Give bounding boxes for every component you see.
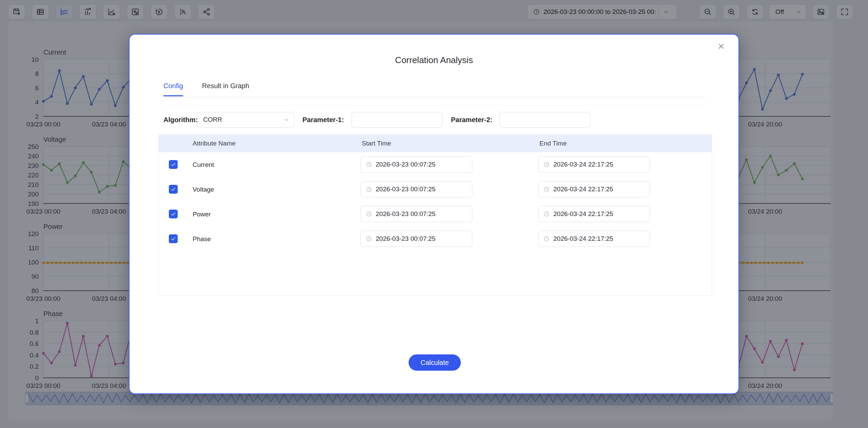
correlation-analysis-modal: ✕ Correlation Analysis ConfigResult in G… xyxy=(129,34,739,394)
algorithm-form-row: Algorithm: CORR Parameter-1: Parameter-2… xyxy=(130,112,740,128)
parameter-1-label: Parameter-1: xyxy=(302,112,344,128)
parameter-2-label: Parameter-2: xyxy=(451,112,492,128)
column-header: Start Time xyxy=(362,135,391,152)
clock-icon xyxy=(543,211,550,217)
row-checkbox[interactable] xyxy=(169,234,178,243)
clock-icon xyxy=(366,161,372,168)
divider xyxy=(163,97,706,97)
start-time-input[interactable]: 2026-03-23 00:07:25 xyxy=(360,181,472,197)
column-header: Attribute Name xyxy=(193,135,236,152)
clock-icon xyxy=(366,211,372,217)
end-time-input[interactable]: 2026-03-24 22:17:25 xyxy=(538,206,650,222)
tab-result-in-graph[interactable]: Result in Graph xyxy=(202,82,249,96)
start-time-input[interactable]: 2026-03-23 00:07:25 xyxy=(360,206,472,222)
row-checkbox[interactable] xyxy=(169,160,178,169)
modal-title: Correlation Analysis xyxy=(130,55,738,65)
start-time-input[interactable]: 2026-03-23 00:07:25 xyxy=(360,156,472,173)
algorithm-select[interactable]: CORR xyxy=(197,112,294,128)
divider xyxy=(163,105,706,105)
attribute-table-body: Current2026-03-23 00:07:252026-03-24 22:… xyxy=(159,152,712,251)
clock-icon xyxy=(543,235,550,242)
end-time-input[interactable]: 2026-03-24 22:17:25 xyxy=(538,181,650,197)
clock-icon xyxy=(543,161,550,168)
clock-icon xyxy=(366,186,372,193)
attribute-name: Phase xyxy=(193,227,211,251)
table-row: Voltage2026-03-23 00:07:252026-03-24 22:… xyxy=(159,177,712,202)
attribute-table: Attribute NameStart TimeEnd Time Current… xyxy=(158,134,712,296)
row-checkbox[interactable] xyxy=(169,185,178,194)
parameter-1-input[interactable] xyxy=(352,112,442,128)
app-window: 2026-03-23 00:00:00 to 2026-03-25 00:00:… xyxy=(0,0,868,428)
table-row: Current2026-03-23 00:07:252026-03-24 22:… xyxy=(159,152,712,177)
column-header: End Time xyxy=(539,135,567,152)
calculate-button[interactable]: Calculate xyxy=(409,354,461,371)
tab-config[interactable]: Config xyxy=(163,82,183,96)
attribute-table-header: Attribute NameStart TimeEnd Time xyxy=(159,135,712,152)
attribute-name: Current xyxy=(193,152,214,177)
row-checkbox[interactable] xyxy=(169,210,178,218)
algorithm-value: CORR xyxy=(203,116,222,123)
chevron-down-icon xyxy=(283,116,290,123)
clock-icon xyxy=(366,235,372,242)
table-row: Power2026-03-23 00:07:252026-03-24 22:17… xyxy=(159,202,712,227)
clock-icon xyxy=(543,186,550,193)
start-time-input[interactable]: 2026-03-23 00:07:25 xyxy=(360,231,472,247)
attribute-name: Voltage xyxy=(193,177,214,202)
algorithm-label: Algorithm: xyxy=(163,112,198,128)
attribute-name: Power xyxy=(193,202,211,227)
close-icon[interactable]: ✕ xyxy=(715,41,727,52)
parameter-2-input[interactable] xyxy=(499,112,590,128)
tab-bar: ConfigResult in Graph xyxy=(163,82,249,96)
end-time-input[interactable]: 2026-03-24 22:17:25 xyxy=(538,156,650,173)
end-time-input[interactable]: 2026-03-24 22:17:25 xyxy=(538,231,650,247)
table-row: Phase2026-03-23 00:07:252026-03-24 22:17… xyxy=(159,227,712,251)
